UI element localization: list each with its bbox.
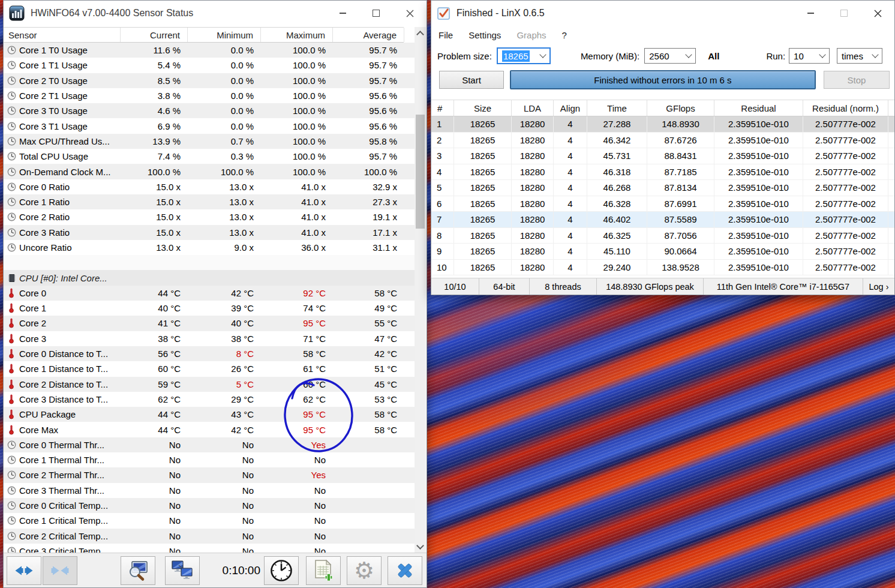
scroll-up-icon[interactable] [416, 31, 424, 38]
thermo-icon [4, 303, 19, 313]
sensor-value: No [261, 531, 333, 541]
sensor-label: Core 1 T0 Usage [19, 45, 121, 55]
sensor-value: 74 °C [261, 303, 333, 313]
sensor-row[interactable]: Uncore Ratio13.0 x9.0 x36.0 x31.1 x [4, 240, 416, 255]
start-button[interactable]: Start [439, 71, 504, 89]
sensor-row[interactable]: Core 1 T1 Usage5.4 %0.0 %100.0 %95.7 % [4, 58, 416, 73]
sensor-row[interactable]: Core 3 Distance to T...62 °C29 °C62 °C53… [4, 392, 416, 407]
hwinfo-titlebar[interactable]: HWiNFO64 v7.00-4400 Sensor Status [4, 1, 427, 26]
problem-size-combo[interactable]: 18265 [497, 47, 551, 64]
hwinfo-close-button[interactable] [393, 1, 427, 26]
sensor-row[interactable]: Core 3 Critical Temp...NoNoNo [4, 544, 416, 553]
hwinfo-scrollbar[interactable] [415, 27, 426, 553]
run-count-combo[interactable]: 10 [789, 48, 830, 64]
result-row[interactable]: 11826518280427.288148.89302.359510e-0102… [431, 116, 894, 133]
status-gflops-peak: 148.8930 GFlops peak [597, 278, 704, 295]
column-header-current[interactable]: Current [121, 28, 188, 42]
sensor-row[interactable]: Core 140 °C39 °C74 °C49 °C [4, 301, 416, 316]
sensor-value: No [121, 485, 188, 496]
column-header-maximum[interactable]: Maximum [261, 28, 333, 42]
sensor-row[interactable]: Core 3 T1 Usage6.9 %0.0 %100.0 %95.6 % [4, 118, 416, 133]
clock-button[interactable] [264, 556, 299, 585]
menu-settings[interactable]: Settings [468, 30, 501, 40]
result-row[interactable]: 101826518280429.240138.95282.359510e-010… [431, 260, 894, 276]
sensor-row[interactable]: Core 3 Thermal Thr...NoNoNo [4, 483, 416, 498]
sensor-row[interactable]: Core 338 °C38 °C71 °C47 °C [4, 331, 416, 346]
run-unit-combo[interactable]: times [837, 48, 882, 64]
sensor-row[interactable]: Max CPU/Thread Us...13.9 %0.7 %100.0 %95… [4, 134, 416, 149]
column-header-num[interactable]: # [431, 100, 454, 116]
column-header-average[interactable]: Average [333, 28, 404, 42]
column-header-gflops[interactable]: GFlops [647, 100, 714, 116]
linx-close-button[interactable] [861, 1, 894, 26]
result-row[interactable]: 91826518280445.11090.06642.359510e-0102.… [431, 244, 894, 260]
sensor-row[interactable]: Core 2 Thermal Thr...NoNoYes [4, 467, 416, 482]
screen-magnifier-button[interactable] [121, 556, 155, 585]
sensor-row[interactable]: Core 0 Ratio15.0 x13.0 x41.0 x32.9 x [4, 179, 416, 194]
sensor-row[interactable]: Core 3 Ratio15.0 x13.0 x41.0 x17.1 x [4, 225, 416, 240]
sensor-value: 95.8 % [333, 136, 404, 146]
result-row[interactable]: 21826518280446.34287.67262.359510e-0102.… [431, 133, 894, 149]
linx-titlebar[interactable]: Finished - LinX 0.6.5 [431, 1, 894, 26]
chevron-down-icon [872, 51, 878, 58]
sensor-row[interactable]: Total CPU Usage7.4 %0.3 %100.0 %95.7 % [4, 149, 416, 164]
remote-monitoring-button[interactable] [165, 556, 200, 585]
report-button[interactable] [306, 556, 341, 585]
expand-columns-button[interactable] [7, 556, 41, 585]
sensor-row[interactable]: Core 2 Distance to T...59 °C5 °C60 °C45 … [4, 377, 416, 392]
result-row[interactable]: 81826518280446.32587.70562.359510e-0102.… [431, 228, 894, 244]
sensor-row[interactable]: Core 2 Critical Temp...NoNoNo [4, 529, 416, 544]
column-header-lda[interactable]: LDA [512, 100, 554, 116]
sensor-row[interactable]: Core 2 T1 Usage3.8 %0.0 %100.0 %95.6 % [4, 88, 416, 103]
hwinfo-maximize-button[interactable] [359, 1, 393, 26]
hwinfo-app-icon [9, 5, 25, 21]
hwinfo-minimize-button[interactable] [326, 1, 359, 26]
scrollbar-thumb[interactable] [416, 115, 425, 229]
column-header-sensor[interactable]: Sensor [4, 28, 121, 42]
sensor-label: Core Max [19, 425, 121, 435]
column-header-time[interactable]: Time [587, 100, 647, 116]
result-cell: 8 [431, 228, 454, 244]
result-cell: 148.8930 [647, 116, 714, 132]
sensor-row[interactable]: Core 241 °C40 °C95 °C55 °C [4, 316, 416, 331]
sensor-row[interactable]: Core 3 T0 Usage4.6 %0.0 %100.0 %95.6 % [4, 103, 416, 118]
sensor-row[interactable]: Core 2 T0 Usage8.5 %0.0 %100.0 %95.7 % [4, 73, 416, 88]
column-header-residual-norm[interactable]: Residual (norm.) [803, 100, 888, 116]
result-row[interactable]: 61826518280446.32887.69912.359510e-0102.… [431, 196, 894, 212]
sensor-row[interactable]: Core 1 Distance to T...60 °C26 °C61 °C51… [4, 361, 416, 376]
settings-button[interactable]: ⚙ [347, 556, 382, 585]
menu-file[interactable]: File [439, 30, 453, 40]
sensor-value: 62 °C [121, 394, 188, 404]
result-row[interactable]: 31826518280445.73188.84312.359510e-0102.… [431, 148, 894, 164]
column-header-size[interactable]: Size [454, 100, 512, 116]
problem-size-label: Problem size: [437, 51, 492, 61]
sensor-row[interactable]: Core 1 Ratio15.0 x13.0 x41.0 x27.3 x [4, 194, 416, 209]
sensor-row[interactable]: Core 0 Thermal Thr...NoNoYes [4, 437, 416, 452]
scroll-down-icon[interactable] [416, 542, 424, 550]
linx-maximize-button[interactable] [827, 1, 861, 26]
result-row[interactable]: 41826518280446.31887.71852.359510e-0102.… [431, 164, 894, 181]
sensor-row[interactable]: Core 1 Critical Temp...NoNoNo [4, 513, 416, 528]
column-header-align[interactable]: Align [554, 100, 587, 116]
collapse-columns-button[interactable] [43, 556, 77, 585]
sensor-row[interactable]: On-Demand Clock M...100.0 %100.0 %100.0 … [4, 164, 416, 179]
sensor-row[interactable]: CPU Package44 °C43 °C95 °C58 °C [4, 407, 416, 422]
memory-combo[interactable]: 2560 [644, 48, 696, 64]
column-header-minimum[interactable]: Minimum [188, 28, 261, 42]
sensor-row[interactable]: Core 1 Thermal Thr...NoNoNo [4, 452, 416, 467]
status-log-link[interactable]: Log › [863, 278, 894, 295]
linx-minimize-button[interactable] [794, 1, 827, 26]
sensor-row[interactable]: Core 2 Ratio15.0 x13.0 x41.0 x19.1 x [4, 209, 416, 224]
sensor-value: 55 °C [333, 318, 404, 328]
result-row[interactable]: 51826518280446.26887.81342.359510e-0102.… [431, 180, 894, 196]
sensor-row[interactable]: Core Max44 °C42 °C95 °C58 °C [4, 422, 416, 437]
sensor-row[interactable]: Core 0 Critical Temp...NoNoNo [4, 498, 416, 513]
menu-help[interactable]: ? [562, 30, 567, 40]
sensor-row[interactable]: Core 0 Distance to T...56 °C8 °C58 °C42 … [4, 346, 416, 361]
sensor-row[interactable]: Core 044 °C42 °C92 °C58 °C [4, 286, 416, 301]
sensor-row[interactable]: Core 1 T0 Usage11.6 %0.0 %100.0 %95.7 % [4, 43, 416, 58]
sensor-value: No [261, 455, 333, 465]
column-header-residual[interactable]: Residual [714, 100, 803, 116]
close-sensors-button[interactable] [388, 556, 422, 585]
result-row[interactable]: 71826518280446.40287.55892.359510e-0102.… [431, 212, 894, 228]
